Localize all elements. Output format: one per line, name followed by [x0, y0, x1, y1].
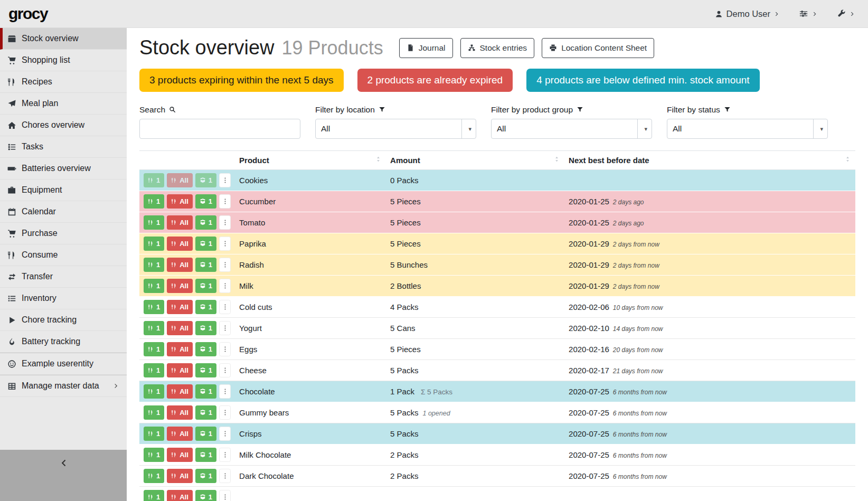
consume-one-button[interactable]: 1 — [144, 469, 164, 483]
sidebar-item-battery-tracking[interactable]: Battery tracking — [0, 331, 127, 353]
admin-tools-menu[interactable] — [837, 10, 855, 18]
consume-one-button[interactable]: 1 — [144, 300, 164, 314]
open-one-button[interactable]: 1 — [195, 405, 216, 420]
open-one-button[interactable]: 1 — [195, 279, 216, 293]
status-banner-3[interactable]: 4 products are below defined min. stock … — [526, 69, 759, 92]
open-one-button[interactable]: 1 — [195, 194, 216, 209]
sidebar-item-batteries-overview[interactable]: Batteries overview — [0, 158, 127, 179]
row-menu-button[interactable] — [219, 321, 231, 335]
search-input[interactable] — [139, 119, 300, 139]
open-one-button[interactable]: 1 — [195, 258, 216, 272]
sidebar-item-chores-overview[interactable]: Chores overview — [0, 115, 127, 136]
open-one-button[interactable]: 1 — [195, 427, 216, 441]
row-menu-button[interactable] — [219, 448, 231, 462]
consume-all-button[interactable]: All — [167, 363, 193, 377]
consume-one-button[interactable]: 1 — [144, 237, 164, 251]
row-menu-button[interactable] — [219, 258, 231, 272]
consume-one-button[interactable]: 1 — [144, 258, 164, 272]
consume-all-button[interactable]: All — [167, 279, 193, 293]
consume-all-button[interactable]: All — [167, 194, 193, 209]
status-banner-2[interactable]: 2 products are already expired — [357, 69, 513, 92]
sidebar-item-label: Chore tracking — [22, 315, 77, 325]
row-menu-button[interactable] — [219, 384, 231, 399]
consume-one-button[interactable]: 1 — [144, 279, 164, 293]
journal-button[interactable]: Journal — [399, 38, 453, 58]
location-content-sheet-button[interactable]: Location Content Sheet — [542, 38, 654, 58]
open-one-button[interactable]: 1 — [195, 363, 216, 377]
row-menu-button[interactable] — [219, 342, 231, 356]
consume-all-button[interactable]: All — [167, 427, 193, 441]
sidebar-item-stock-overview[interactable]: Stock overview — [0, 28, 127, 50]
open-one-button[interactable]: 1 — [195, 300, 216, 314]
row-menu-button[interactable] — [219, 194, 231, 209]
consume-all-button[interactable]: All — [167, 300, 193, 314]
status-filter-select[interactable]: All — [667, 119, 827, 138]
sort-icon[interactable] — [844, 156, 851, 163]
consume-one-button[interactable]: 1 — [144, 173, 164, 187]
settings-menu[interactable] — [799, 9, 818, 18]
consume-one-button[interactable]: 1 — [144, 490, 164, 501]
consume-one-button[interactable]: 1 — [144, 321, 164, 335]
open-one-button[interactable]: 1 — [195, 215, 216, 230]
open-one-button[interactable]: 1 — [195, 173, 216, 187]
consume-all-button[interactable]: All — [167, 237, 193, 251]
table-row: 1All1Cold cuts4 Packs2020-02-0610 days f… — [139, 296, 855, 317]
row-menu-button[interactable] — [219, 405, 231, 420]
sidebar-item-shopping-list[interactable]: Shopping list — [0, 50, 127, 71]
location-filter-select[interactable]: All — [316, 119, 476, 138]
sidebar-item-equipment[interactable]: Equipment — [0, 179, 127, 201]
consume-one-button[interactable]: 1 — [144, 194, 164, 209]
consume-all-button[interactable]: All — [167, 342, 193, 356]
open-one-button[interactable]: 1 — [195, 448, 216, 462]
row-menu-button[interactable] — [219, 215, 231, 230]
sidebar-item-consume[interactable]: Consume — [0, 244, 127, 266]
consume-all-button[interactable]: All — [167, 384, 193, 399]
consume-all-button[interactable]: All — [167, 405, 193, 420]
row-menu-button[interactable] — [219, 279, 231, 293]
user-menu[interactable]: Demo User — [715, 9, 780, 19]
sidebar-item-calendar[interactable]: Calendar — [0, 201, 127, 223]
sidebar-item-example-userentity[interactable]: Example userentity — [0, 353, 127, 375]
status-banner-1[interactable]: 3 products expiring within the next 5 da… — [139, 69, 344, 92]
sort-icon[interactable] — [375, 156, 382, 163]
consume-all-button[interactable]: All — [167, 173, 193, 187]
consume-one-button[interactable]: 1 — [144, 363, 164, 377]
consume-one-button[interactable]: 1 — [144, 342, 164, 356]
consume-one-button[interactable]: 1 — [144, 215, 164, 230]
row-menu-button[interactable] — [219, 173, 231, 187]
consume-all-button[interactable]: All — [167, 469, 193, 483]
consume-one-button[interactable]: 1 — [144, 384, 164, 399]
sidebar-item-inventory[interactable]: Inventory — [0, 288, 127, 309]
sidebar-item-recipes[interactable]: Recipes — [0, 71, 127, 93]
stock-entries-button[interactable]: Stock entries — [460, 38, 535, 58]
consume-all-button[interactable]: All — [167, 215, 193, 230]
row-menu-button[interactable] — [219, 490, 231, 501]
sidebar-item-meal-plan[interactable]: Meal plan — [0, 93, 127, 115]
consume-one-button[interactable]: 1 — [144, 405, 164, 420]
consume-one-button[interactable]: 1 — [144, 427, 164, 441]
open-one-button[interactable]: 1 — [195, 237, 216, 251]
sidebar-item-tasks[interactable]: Tasks — [0, 136, 127, 158]
open-one-button[interactable]: 1 — [195, 469, 216, 483]
sidebar-item-purchase[interactable]: Purchase — [0, 223, 127, 244]
product-group-filter-select[interactable]: All — [492, 119, 652, 138]
open-one-button[interactable]: 1 — [195, 384, 216, 399]
row-menu-button[interactable] — [219, 427, 231, 441]
consume-all-button[interactable]: All — [167, 448, 193, 462]
sort-icon[interactable] — [553, 156, 560, 163]
open-one-button[interactable]: 1 — [195, 342, 216, 356]
sidebar-item-manage-master-data[interactable]: Manage master data — [0, 375, 127, 397]
consume-one-button[interactable]: 1 — [144, 448, 164, 462]
consume-all-button[interactable]: All — [167, 258, 193, 272]
row-menu-button[interactable] — [219, 363, 231, 377]
open-one-button[interactable]: 1 — [195, 490, 216, 501]
consume-all-button[interactable]: All — [167, 321, 193, 335]
consume-all-button[interactable]: All — [167, 490, 193, 501]
sidebar-collapse-button[interactable] — [0, 450, 127, 501]
row-menu-button[interactable] — [219, 237, 231, 251]
row-menu-button[interactable] — [219, 300, 231, 314]
sidebar-item-transfer[interactable]: Transfer — [0, 266, 127, 288]
row-menu-button[interactable] — [219, 469, 231, 483]
open-one-button[interactable]: 1 — [195, 321, 216, 335]
sidebar-item-chore-tracking[interactable]: Chore tracking — [0, 309, 127, 331]
